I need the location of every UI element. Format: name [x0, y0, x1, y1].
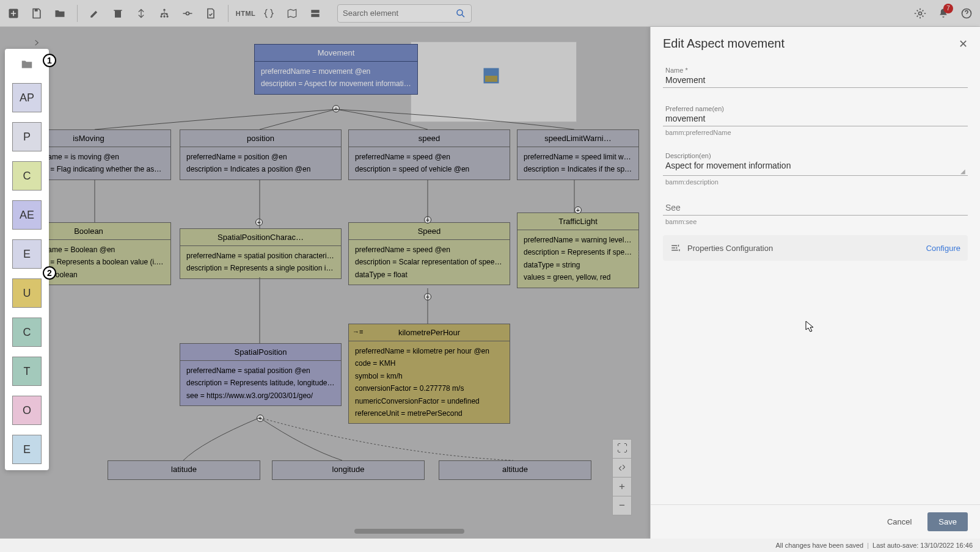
node-spatialposition[interactable]: SpatialPosition preferredName = spatial …	[180, 343, 342, 406]
new-button[interactable]	[6, 6, 21, 21]
node-line: referenceUnit = metrePerSecond	[355, 407, 503, 419]
configure-link[interactable]: Configure	[926, 244, 960, 253]
description-input[interactable]	[665, 159, 965, 170]
node-latitude[interactable]: latitude	[108, 460, 260, 480]
svg-point-2	[163, 9, 165, 10]
resize-handle-icon[interactable]: ◢	[960, 168, 967, 174]
html-button[interactable]: HTML	[238, 6, 253, 21]
help-icon	[960, 7, 973, 20]
save-file-button[interactable]	[29, 6, 44, 21]
zoom-fit-button[interactable]: ⛶	[612, 439, 632, 459]
zoom-in-button[interactable]: +	[612, 477, 632, 496]
node-altitude[interactable]: altitude	[439, 460, 591, 480]
collapse-icon[interactable]	[134, 6, 148, 21]
node-title: speedLimitWarni…	[517, 130, 638, 147]
notifications-button[interactable]: 7	[936, 6, 951, 21]
palette-constraint[interactable]: C	[12, 318, 42, 347]
node-longitude[interactable]: longitude	[272, 460, 425, 480]
horizontal-scrollbar[interactable]	[354, 529, 464, 534]
folder-open-button[interactable]	[53, 6, 67, 21]
node-position[interactable]: position preferredName = position @en de…	[180, 129, 342, 180]
tree-button[interactable]	[157, 6, 172, 21]
svg-point-6	[186, 12, 189, 15]
status-bar: All changes have been saved | Last auto-…	[0, 539, 980, 552]
node-title: SpatialPositionCharac…	[180, 229, 341, 246]
palette-abstract-entity[interactable]: AE	[12, 200, 42, 230]
field-name: Name *	[663, 60, 968, 88]
add-child-icon[interactable]: +	[257, 415, 264, 422]
callout-1: 1	[43, 54, 56, 67]
field-hint: bamm:preferredName	[665, 129, 965, 136]
help-button[interactable]	[959, 6, 974, 21]
zoom-out-button[interactable]: −	[612, 496, 632, 515]
add-child-icon[interactable]: +	[424, 293, 431, 300]
panel-title: Edit Aspect movement	[663, 37, 784, 51]
delete-button[interactable]	[111, 6, 125, 21]
svg-rect-8	[311, 13, 319, 16]
node-line: dataType = float	[355, 269, 503, 281]
node-title: speed	[349, 130, 510, 147]
palette-event[interactable]: E	[12, 435, 42, 464]
field-hint: bamm:description	[665, 178, 965, 186]
node-spatialchar[interactable]: SpatialPositionCharac… preferredName = s…	[180, 228, 342, 279]
layout-button[interactable]	[308, 6, 323, 21]
palette-folder-icon[interactable]	[16, 55, 38, 73]
json-button[interactable]	[261, 6, 276, 21]
minimap[interactable]	[411, 42, 577, 122]
save-button[interactable]: Save	[927, 512, 968, 531]
node-line: description = Represents a single positi…	[186, 262, 335, 274]
node-speed[interactable]: speed preferredName = speed @en descript…	[348, 129, 510, 180]
zoom-collapse-button[interactable]	[612, 458, 632, 478]
node-speedchar[interactable]: Speed preferredName = speed @en descript…	[348, 222, 510, 285]
cancel-button[interactable]: Cancel	[879, 512, 920, 531]
commit-icon[interactable]	[180, 6, 195, 21]
node-trafficlight[interactable]: TrafficLight preferredName = warning lev…	[517, 212, 639, 288]
node-line: preferredName = position @en	[186, 151, 335, 163]
notif-badge: 7	[943, 4, 953, 13]
properties-config-label: Properties Configuration	[687, 244, 773, 253]
field-label: Description(en)	[665, 152, 965, 159]
see-input[interactable]	[665, 202, 965, 212]
field-label: Preferred name(en)	[665, 105, 965, 112]
node-title: longitude	[272, 461, 424, 478]
node-line: preferredName = speed @en	[355, 244, 503, 256]
palette-entity[interactable]: E	[12, 239, 42, 269]
palette-trait[interactable]: T	[12, 357, 42, 386]
palette-property[interactable]: P	[12, 122, 42, 151]
search-icon[interactable]	[455, 8, 466, 19]
element-palette: AP P C AE E U C T O E	[5, 49, 49, 470]
node-line: description = Represents latitude, longi…	[186, 377, 335, 389]
node-speedlimit[interactable]: speedLimitWarni… preferredName = speed l…	[517, 129, 639, 180]
add-child-icon[interactable]: +	[574, 206, 582, 214]
document-button[interactable]	[203, 6, 218, 21]
field-preferred-name: Preferred name(en)	[663, 99, 968, 126]
edit-button[interactable]	[87, 6, 102, 21]
panel-resize-handle[interactable]: ⋮	[635, 244, 640, 263]
tune-icon	[670, 242, 681, 253]
name-input[interactable]	[665, 74, 965, 85]
add-child-icon[interactable]: +	[332, 105, 340, 112]
node-movement[interactable]: Movement preferredName = movement @en de…	[254, 44, 418, 95]
palette-aspect[interactable]: AP	[12, 83, 42, 112]
node-line: preferredName = speed limit warnin…	[524, 151, 632, 163]
status-saved: All changes have been saved	[776, 542, 864, 549]
node-title: →≡ kilometrePerHour	[349, 324, 510, 341]
search-box	[337, 4, 472, 23]
node-title: SpatialPosition	[180, 344, 341, 361]
palette-characteristic[interactable]: C	[12, 161, 42, 191]
node-line: description = speed of vehicle @en	[355, 163, 503, 175]
svg-point-4	[163, 15, 165, 17]
palette-unit[interactable]: U	[12, 278, 42, 308]
palette-operation[interactable]: O	[12, 396, 42, 425]
node-kmh[interactable]: →≡ kilometrePerHour preferredName = kilo…	[348, 324, 510, 424]
node-line: description = Indicates if the speed …	[524, 163, 632, 175]
preferred-name-input[interactable]	[665, 112, 965, 123]
close-icon[interactable]: ✕	[959, 37, 968, 51]
search-input[interactable]	[343, 9, 455, 18]
map-button[interactable]	[285, 6, 299, 21]
node-title: altitude	[439, 461, 591, 478]
settings-button[interactable]	[913, 6, 927, 21]
add-child-icon[interactable]: +	[255, 219, 263, 226]
add-child-icon[interactable]: +	[424, 216, 431, 223]
cursor-icon	[805, 321, 815, 335]
